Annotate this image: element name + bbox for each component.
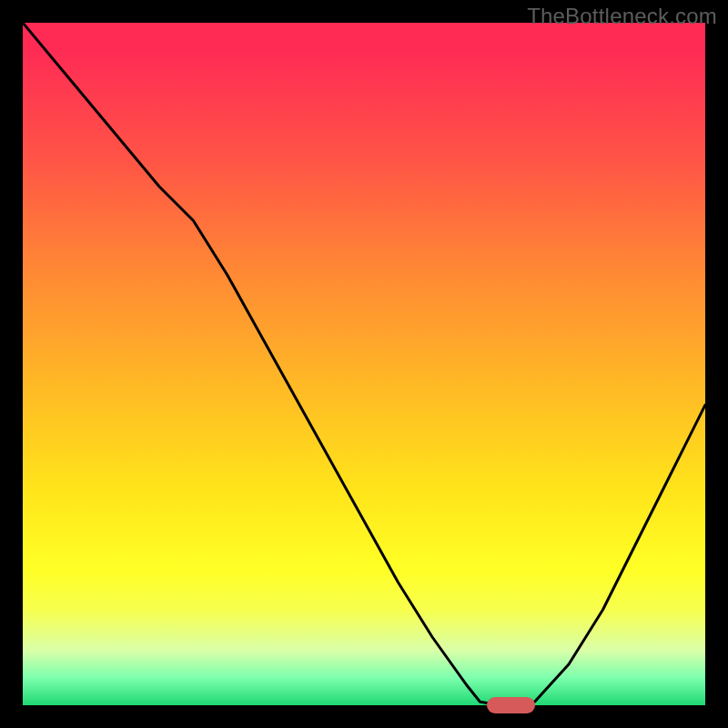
curve-layer — [23, 23, 705, 705]
bottleneck-curve — [23, 23, 705, 705]
watermark-text: TheBottleneck.com — [527, 4, 717, 29]
chart-frame: TheBottleneck.com — [0, 0, 728, 728]
optimal-range-marker — [487, 697, 535, 713]
